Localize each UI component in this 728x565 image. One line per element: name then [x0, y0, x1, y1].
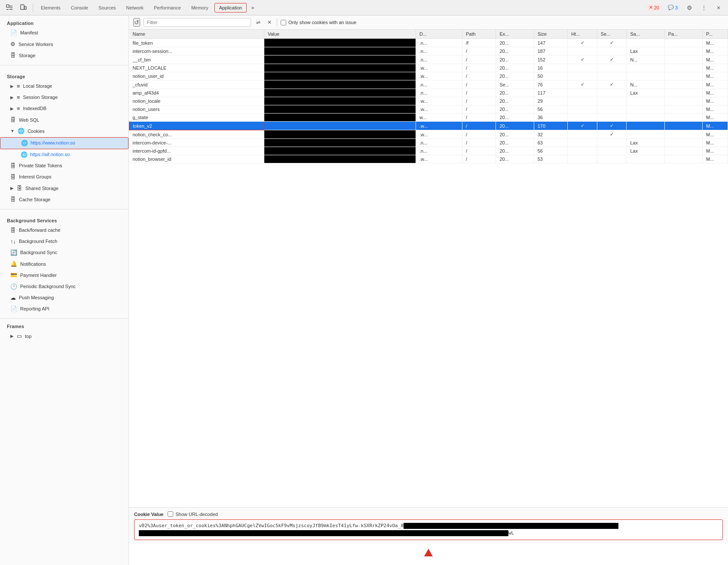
cell-samesite: [627, 64, 664, 72]
sidebar-item-cookies[interactable]: ▼ 🌐 Cookies: [0, 126, 128, 137]
settings-icon[interactable]: ⚙: [683, 2, 695, 14]
cell-size: 56: [534, 105, 567, 114]
tab-network[interactable]: Network: [122, 3, 148, 12]
sidebar-item-storage-overview[interactable]: 🗄 Storage: [0, 50, 128, 61]
sidebar-item-push-messaging[interactable]: ☁ Push Messaging: [0, 292, 128, 304]
cell-prio: M...: [703, 55, 728, 64]
sidebar-item-session-storage[interactable]: ▶ ≡ Session Storage: [0, 92, 128, 103]
tab-elements[interactable]: Elements: [37, 3, 65, 12]
table-row[interactable]: amp_af43d4 .n.../20...117LaxM...: [129, 89, 728, 97]
back-forward-icon: 🗄: [10, 227, 16, 234]
col-header-name[interactable]: Name: [129, 30, 264, 39]
message-badge[interactable]: 💬 3: [665, 4, 681, 11]
table-row[interactable]: notion_check_co... .w.../20...32✓M...: [129, 130, 728, 139]
col-header-path[interactable]: Path: [462, 30, 496, 39]
more-options-icon[interactable]: ⋮: [698, 2, 710, 14]
cell-sameparty: [664, 122, 702, 130]
sidebar-item-notifications[interactable]: 🔔 Notifications: [0, 258, 128, 270]
table-row[interactable]: intercom-id-gpfd... .n.../20...56LaxM...: [129, 147, 728, 155]
refresh-button[interactable]: ↺: [133, 18, 140, 27]
table-row[interactable]: notion_browser_id .w.../20...53M...: [129, 155, 728, 163]
col-header-expires[interactable]: Ex...: [496, 30, 534, 39]
table-row[interactable]: file_token .n.../f20...147✓✓M...: [129, 39, 728, 47]
interest-groups-label: Interest Groups: [19, 174, 52, 180]
table-row[interactable]: __cf_bm .n.../20...152✓✓N...M...: [129, 55, 728, 64]
cell-sameparty: [664, 105, 702, 114]
cell-sameparty: [664, 97, 702, 105]
more-tabs-icon[interactable]: »: [248, 4, 257, 11]
sidebar-item-periodic-bg-sync[interactable]: 🕐 Periodic Background Sync: [0, 281, 128, 292]
col-header-value[interactable]: Value: [264, 30, 416, 39]
issue-filter-checkbox[interactable]: Only show cookies with an issue: [281, 20, 356, 25]
sidebar-item-interest-groups[interactable]: 🗄 Interest Groups: [0, 172, 128, 183]
col-header-prio[interactable]: P...: [703, 30, 728, 39]
cookie-url2-icon: 🌐: [21, 151, 28, 159]
cell-name: notion_user_id: [129, 72, 264, 80]
cell-expires: 20...: [496, 72, 534, 80]
tab-console[interactable]: Console: [67, 3, 92, 12]
inspect-icon[interactable]: [3, 2, 15, 14]
storage-overview-label: Storage: [19, 52, 36, 59]
cell-prio: M...: [703, 139, 728, 147]
cell-path: /: [462, 105, 496, 114]
col-header-sameparty[interactable]: Pa...: [664, 30, 702, 39]
sidebar-item-shared-storage[interactable]: ▶ 🗄 Shared Storage: [0, 183, 128, 194]
url-decoded-input[interactable]: [168, 511, 173, 517]
sidebar-item-bg-fetch[interactable]: ↑↓ Background Fetch: [0, 236, 128, 247]
periodic-bg-sync-icon: 🕐: [10, 283, 17, 291]
sidebar-item-cookie-url1[interactable]: 🌐 https://www.notion.so: [0, 137, 128, 149]
up-arrow-icon: [424, 549, 433, 556]
close-icon[interactable]: ×: [713, 2, 725, 14]
col-header-samesite[interactable]: Sa...: [627, 30, 664, 39]
sidebar-item-indexeddb[interactable]: ▶ ≡ IndexedDB: [0, 103, 128, 114]
col-header-secure[interactable]: Se...: [597, 30, 627, 39]
sidebar-item-top-frame[interactable]: ▶ ▭ top: [0, 331, 128, 342]
sidebar-item-cookie-url2[interactable]: 🌐 https://aif.notion.so: [0, 149, 128, 160]
cache-storage-icon: 🗄: [10, 196, 16, 203]
sidebar-item-websql[interactable]: 🗄 Web SQL: [0, 114, 128, 126]
cell-prio: M...: [703, 72, 728, 80]
filter-icon[interactable]: ⇌: [254, 18, 262, 26]
divider3: [0, 318, 128, 319]
cell-secure: [597, 105, 627, 114]
table-row[interactable]: notion_users .w.../20...56M...: [129, 105, 728, 114]
sidebar-item-manifest[interactable]: 📄 Manifest: [0, 28, 128, 39]
sidebar-item-local-storage[interactable]: ▶ ≡ Local Storage: [0, 81, 128, 92]
table-row[interactable]: token_v2 .w.../20...170✓✓M...: [129, 122, 728, 130]
tab-sources[interactable]: Sources: [94, 3, 120, 12]
websql-label: Web SQL: [19, 117, 40, 123]
table-row[interactable]: intercom-session... .n.../20...187LaxM..…: [129, 47, 728, 55]
tab-performance[interactable]: Performance: [150, 3, 185, 12]
table-row[interactable]: notion_locale .w.../20...29M...: [129, 97, 728, 105]
url-decoded-checkbox[interactable]: Show URL-decoded: [168, 511, 217, 517]
cell-path: /: [462, 89, 496, 97]
filter-input[interactable]: [144, 18, 251, 27]
col-header-http[interactable]: Ht...: [568, 30, 597, 39]
cell-path: /: [462, 55, 496, 64]
sidebar-item-cache-storage[interactable]: 🗄 Cache Storage: [0, 194, 128, 205]
table-row[interactable]: notion_user_id .w.../20...50M...: [129, 72, 728, 80]
clear-filter-icon[interactable]: ✕: [266, 18, 273, 26]
sidebar-item-back-forward[interactable]: 🗄 Back/forward cache: [0, 225, 128, 236]
tab-memory[interactable]: Memory: [187, 3, 213, 12]
sidebar-item-private-state[interactable]: 🗄 Private State Tokens: [0, 160, 128, 172]
device-icon[interactable]: [17, 2, 29, 14]
cell-expires: 20...: [496, 122, 534, 130]
tab-application[interactable]: Application: [214, 3, 247, 12]
cell-secure: ✓: [597, 80, 627, 89]
cell-domain: .n...: [416, 89, 462, 97]
sidebar-item-service-workers[interactable]: ⚙ Service Workers: [0, 39, 128, 50]
table-row[interactable]: g_state w.../20...36M...: [129, 114, 728, 122]
cell-size: 16: [534, 64, 567, 72]
cell-domain: .w...: [416, 130, 462, 139]
col-header-size[interactable]: Size: [534, 30, 567, 39]
issue-filter-input[interactable]: [281, 20, 286, 25]
table-row[interactable]: _cfuvid .n.../Se...76✓✓N...M...: [129, 80, 728, 89]
table-row[interactable]: intercom-device-... .n.../20...63LaxM...: [129, 139, 728, 147]
table-row[interactable]: NEXT_LOCALE .w.../20...16M...: [129, 64, 728, 72]
col-header-domain[interactable]: D...: [416, 30, 462, 39]
error-badge[interactable]: ✕ 20: [646, 4, 662, 11]
sidebar-item-bg-sync[interactable]: 🔄 Background Sync: [0, 247, 128, 258]
sidebar-item-payment-handler[interactable]: 💳 Payment Handler: [0, 270, 128, 281]
sidebar-item-reporting-api[interactable]: 📄 Reporting API: [0, 304, 128, 315]
